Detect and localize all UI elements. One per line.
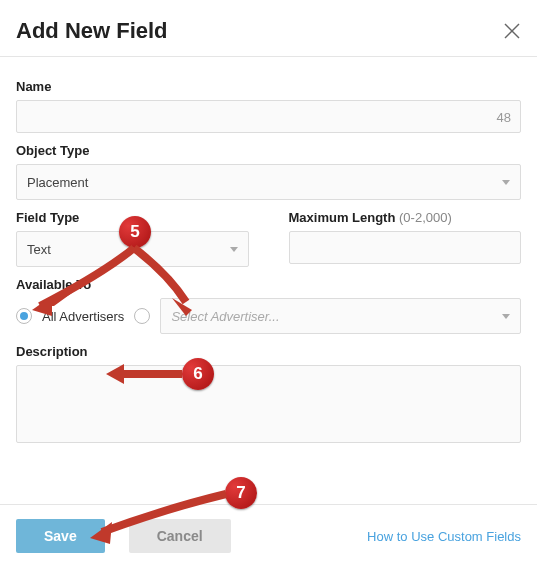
modal-header: Add New Field xyxy=(0,0,537,57)
max-length-input[interactable] xyxy=(289,231,522,264)
chevron-down-icon xyxy=(502,180,510,185)
advertiser-select-placeholder: Select Advertiser... xyxy=(171,309,279,324)
field-type-label: Field Type xyxy=(16,210,249,225)
description-label: Description xyxy=(16,344,521,359)
save-button[interactable]: Save xyxy=(16,519,105,553)
cancel-button[interactable]: Cancel xyxy=(129,519,231,553)
object-type-value: Placement xyxy=(27,175,88,190)
available-to-label: Available To xyxy=(16,277,521,292)
radio-all-advertisers[interactable] xyxy=(16,308,32,324)
chevron-down-icon xyxy=(230,247,238,252)
modal-footer: Save Cancel How to Use Custom Fields xyxy=(0,504,537,567)
field-type-value: Text xyxy=(27,242,51,257)
modal-body: Name 48 Object Type Placement Field Type… xyxy=(0,57,537,451)
name-label: Name xyxy=(16,79,521,94)
name-char-counter: 48 xyxy=(497,109,511,124)
name-input[interactable] xyxy=(16,100,521,133)
radio-select-advertiser[interactable] xyxy=(134,308,150,324)
object-type-select[interactable]: Placement xyxy=(16,164,521,200)
help-link[interactable]: How to Use Custom Fields xyxy=(367,529,521,544)
max-length-label: Maximum Length (0-2,000) xyxy=(289,210,522,225)
advertiser-select[interactable]: Select Advertiser... xyxy=(160,298,521,334)
radio-all-advertisers-label: All Advertisers xyxy=(42,309,124,324)
close-icon[interactable] xyxy=(503,22,521,40)
modal-title: Add New Field xyxy=(16,18,168,44)
object-type-label: Object Type xyxy=(16,143,521,158)
chevron-down-icon xyxy=(502,314,510,319)
field-type-select[interactable]: Text xyxy=(16,231,249,267)
add-field-modal: Add New Field Name 48 Object Type Placem… xyxy=(0,0,537,567)
description-textarea[interactable] xyxy=(16,365,521,443)
